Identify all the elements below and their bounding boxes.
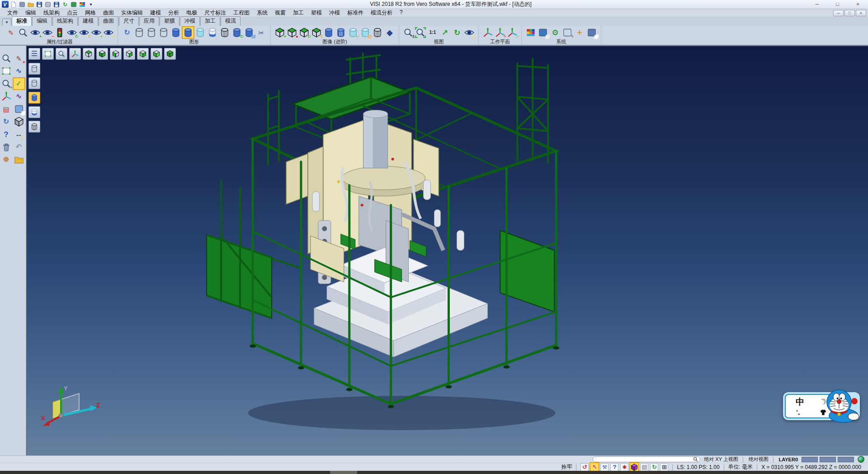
mode-fine-wire-button[interactable] — [28, 121, 40, 133]
tab-dropdown-button[interactable]: ▼ — [2, 19, 11, 26]
dynamic-section-icon[interactable]: ✂ — [256, 27, 267, 38]
translucent-icon[interactable] — [195, 27, 206, 38]
minimize-button[interactable]: ─ — [807, 0, 827, 9]
pan-icon[interactable]: ↗ — [439, 27, 450, 38]
mode-wireframe-icon[interactable] — [30, 65, 38, 73]
view-left-button[interactable] — [151, 48, 162, 60]
tab-应用[interactable]: 应用 — [139, 16, 159, 26]
close-button[interactable]: × — [848, 0, 868, 9]
view-right-button[interactable] — [123, 48, 135, 60]
mdi-minimize-button[interactable]: ─ — [833, 10, 844, 16]
view-reference-label[interactable]: 绝对 XY 上视图 — [704, 456, 738, 463]
rotate-view-icon[interactable]: ↻ — [452, 27, 462, 38]
view-top-icon[interactable] — [85, 50, 93, 58]
view-front-icon[interactable] — [139, 50, 147, 58]
view-left-icon[interactable] — [152, 50, 160, 58]
menu-item-?[interactable]: ? — [396, 9, 406, 17]
refresh-filter-icon[interactable]: ↻ — [66, 27, 77, 38]
display-settings-icon[interactable]: ▤ — [538, 27, 548, 38]
show-all-icon[interactable]: + — [91, 27, 102, 38]
view-iso-icon[interactable] — [166, 50, 174, 58]
dynamic-cube-icon[interactable] — [630, 463, 638, 471]
save-icon[interactable] — [36, 1, 43, 8]
record-icon[interactable]: ↺ — [580, 463, 589, 471]
mode-fine-wire-icon[interactable] — [30, 123, 38, 131]
mode-shaded-edges-icon[interactable] — [30, 108, 38, 116]
regen-solid-icon[interactable]: ↻ — [231, 27, 242, 38]
snap-icon[interactable]: ✱ — [620, 463, 628, 471]
menu-item-曲面[interactable]: 曲面 — [99, 9, 118, 17]
selection-box-icon[interactable] — [1, 66, 12, 76]
toggle-view-icon[interactable]: ± — [311, 27, 322, 38]
invert-visibility-icon[interactable]: ± — [79, 27, 90, 38]
tab-尺寸[interactable]: 尺寸 — [119, 16, 139, 26]
menu-item-分析[interactable]: 分析 — [165, 9, 183, 17]
mode-hidden-button[interactable] — [28, 77, 40, 89]
solid-cube-icon[interactable] — [14, 116, 24, 127]
auto-rotate-icon[interactable]: ↻ — [650, 463, 658, 471]
ime-panel[interactable]: 中 ☽ '。 — [783, 392, 860, 420]
quickbar-dropdown-icon[interactable]: ▾ — [87, 1, 94, 8]
layers-icon[interactable]: ▤ — [640, 463, 648, 471]
zoom-select-icon[interactable]: + — [1, 78, 12, 89]
menu-item-点云[interactable]: 点云 — [63, 9, 81, 17]
viewport-menu-icon[interactable]: ☰ — [30, 50, 38, 58]
measure-icon[interactable]: ↔▏ — [14, 129, 24, 140]
menu-item-文件[interactable]: 文件 — [4, 9, 22, 17]
mode-shaded-button[interactable] — [28, 92, 40, 104]
units-label[interactable]: 单位: 毫米 — [728, 463, 753, 471]
view-bottom-button[interactable] — [96, 48, 108, 60]
mode-shaded-edges-button[interactable] — [28, 106, 40, 118]
menu-item-加工[interactable]: 加工 — [289, 9, 307, 17]
menu-item-标准件[interactable]: 标准件 — [344, 9, 367, 17]
menu-item-网格[interactable]: 网格 — [81, 9, 99, 17]
help-icon[interactable]: ? — [1, 129, 12, 140]
modify-attributes-icon[interactable]: ✎ — [5, 27, 16, 38]
view-smiley-icon[interactable]: ☺ — [464, 27, 475, 38]
redraw-icon[interactable]: ↻ — [122, 27, 132, 38]
view-filter-icon[interactable]: ● — [287, 27, 297, 38]
erase-icon[interactable]: ✎× — [14, 53, 24, 64]
refresh-view-icon[interactable]: ↻ — [1, 116, 12, 127]
globe-icon[interactable] — [858, 456, 864, 463]
confirm-icon[interactable]: ✓ — [14, 78, 24, 89]
library-icon[interactable]: ▤ — [1, 104, 12, 114]
wcs-icon[interactable] — [1, 91, 12, 102]
status-panel-button[interactable] — [802, 457, 818, 462]
menu-item-工程图[interactable]: 工程图 — [230, 9, 253, 17]
menu-item-冲模[interactable]: 冲模 — [326, 9, 344, 17]
trash-icon[interactable] — [1, 142, 12, 152]
fit-view-button[interactable] — [42, 48, 54, 60]
menu-item-塑模[interactable]: 塑模 — [307, 9, 326, 17]
tab-编辑[interactable]: 编辑 — [32, 16, 52, 26]
solid-info-icon[interactable]: ▤ — [244, 27, 255, 38]
tab-建模[interactable]: 建模 — [78, 16, 98, 26]
view-back-button[interactable] — [110, 48, 122, 60]
window-panes-icon[interactable]: ▦ — [14, 104, 24, 114]
curve-edit-icon[interactable]: ∿ — [14, 91, 24, 102]
viewport-menu-button[interactable]: ☰ — [28, 48, 40, 60]
tab-冲模[interactable]: 冲模 — [180, 16, 200, 26]
context-help-icon[interactable]: ? — [610, 463, 618, 471]
wheel-icon[interactable]: ☸ — [1, 154, 12, 165]
tab-线架构[interactable]: 线架构 — [52, 16, 78, 26]
wireframe-icon[interactable] — [134, 27, 145, 38]
search-input[interactable] — [595, 457, 693, 462]
menu-item-建模[interactable]: 建模 — [146, 9, 165, 17]
zoom-fit-icon[interactable] — [415, 27, 426, 38]
mode-wireframe-button[interactable] — [28, 63, 40, 75]
shaded-icon[interactable] — [170, 27, 181, 38]
validate-render-icon[interactable]: ✓ — [348, 27, 359, 38]
view-bottom-icon[interactable] — [98, 50, 106, 58]
tab-加工[interactable]: 加工 — [200, 16, 220, 26]
fit-view-icon[interactable] — [44, 50, 52, 58]
hide-all-icon[interactable]: − — [103, 27, 114, 38]
move-hand-icon[interactable]: + — [574, 27, 585, 38]
menu-item-尺寸标注[interactable]: 尺寸标注 — [201, 9, 230, 17]
view-mode-label[interactable]: 绝对视图 — [749, 456, 769, 463]
tab-标准[interactable]: 标准 — [12, 16, 32, 26]
view-axes-button[interactable] — [69, 48, 81, 60]
tab-模流[interactable]: 模流 — [221, 16, 241, 26]
ime-punctuation-button[interactable]: '。 — [796, 408, 803, 417]
workplane-plane-icon[interactable]: ▱ — [507, 27, 518, 38]
